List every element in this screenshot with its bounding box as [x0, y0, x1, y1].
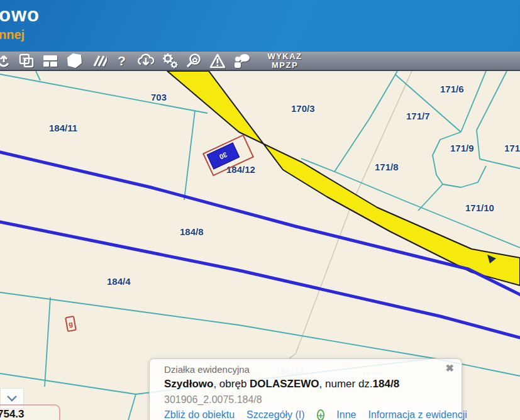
district-name: DOLASZEWO: [250, 378, 319, 390]
cloud-download-button[interactable]: [135, 52, 157, 70]
search-parcel-button[interactable]: [182, 52, 204, 70]
layout-grid-icon: [42, 53, 58, 69]
close-button[interactable]: ✖: [446, 363, 454, 373]
polygon-icon: [65, 53, 83, 69]
road-marker-icon: [487, 255, 496, 263]
slashes-icon: [89, 53, 107, 69]
parcel-label-184-11: 184/11: [49, 123, 77, 133]
polygon-select-button[interactable]: [63, 52, 85, 70]
parcel-identifier: 301906_2.0075.184/8: [164, 394, 453, 406]
parcel-label-171-6: 171/6: [440, 84, 464, 94]
outbuilding-symbol: g: [65, 316, 77, 332]
scale-value: 754.3: [0, 408, 25, 420]
download-button[interactable]: [0, 52, 13, 70]
parcel-label-171-10: 171/10: [465, 202, 494, 213]
copy-windows-icon: [18, 53, 35, 69]
chevron-down-icon: [6, 395, 18, 402]
parcel-info-popup: Działka ewidencyjna ✖ Szydłowo, obręb DO…: [149, 358, 462, 420]
magnifier-house-icon: [185, 52, 202, 70]
parcel-label-184-4: 184/4: [107, 276, 131, 287]
zoom-to-object-link[interactable]: Zbliż do obiektu: [164, 409, 235, 420]
feedback-button[interactable]: [230, 52, 252, 70]
faint-boundary-line: [289, 71, 412, 358]
outbuilding-letter: g: [68, 320, 74, 328]
warning-triangle-icon: [209, 53, 226, 69]
settings-button[interactable]: [158, 52, 180, 70]
wykaz-label-line1: WYKAZ: [267, 52, 302, 61]
separator-text: , obręb: [213, 378, 250, 390]
parcel-label-171-8: 171/8: [375, 162, 399, 172]
wykaz-mpzp-button[interactable]: WYKAZ MPZP: [258, 52, 312, 70]
parcel-number: 184/8: [373, 378, 400, 390]
parcel-label-170-3: 170/3: [291, 103, 315, 114]
report-issue-button[interactable]: [206, 52, 228, 70]
popup-title: Działka ewidencyjna: [164, 364, 453, 375]
popup-actions: Zbliż do obiektu Szczegóły (I) + Inne In…: [164, 409, 453, 420]
separator-text: , numer dz.: [319, 378, 373, 390]
parcel-label-184-8: 184/8: [180, 226, 204, 237]
parcel-summary: Szydłowo, obręb DOLASZEWO, numer dz.184/…: [164, 378, 453, 390]
geoportal-app: owo nnej: [0, 0, 520, 420]
parcel-label-703: 703: [151, 92, 167, 102]
unit-name: Szydłowo: [164, 378, 213, 390]
app-header: owo nnej: [0, 0, 520, 51]
measure-lines-button[interactable]: [87, 52, 109, 70]
wykaz-label-line2: MPZP: [272, 61, 298, 70]
parcel-label-171-: 171/: [504, 143, 520, 153]
add-circle-icon[interactable]: +: [317, 409, 325, 420]
gears-icon: [160, 52, 179, 70]
arrow-down-icon: [0, 53, 10, 69]
cloud-download-icon: [136, 53, 155, 69]
other-link[interactable]: Inne: [336, 409, 356, 420]
house-number-label: 30: [218, 151, 228, 161]
map-canvas[interactable]: 30 g 703184/11170/3171/6171/7171/9171/17…: [0, 71, 520, 420]
question-mark-icon: ?: [118, 54, 126, 67]
duplicate-view-button[interactable]: [15, 52, 37, 70]
scale-indicator: 754.3: [0, 404, 60, 420]
road-polygon: [167, 71, 520, 285]
help-button[interactable]: ?: [111, 52, 133, 70]
parcel-label-171-9: 171/9: [450, 143, 474, 153]
layout-panels-button[interactable]: [39, 52, 61, 70]
map-toolbar: ?: [0, 51, 520, 71]
person-chat-icon: [232, 53, 251, 69]
parcel-label-171-7: 171/7: [406, 111, 430, 121]
registry-info-link[interactable]: Informacja z ewidencji: [368, 409, 467, 420]
page-subtitle: nnej: [0, 28, 25, 42]
selected-parcel-outline: [0, 152, 520, 338]
details-link[interactable]: Szczegóły (I): [246, 409, 304, 420]
page-title: owo: [0, 4, 40, 26]
close-icon: ✖: [446, 363, 454, 373]
